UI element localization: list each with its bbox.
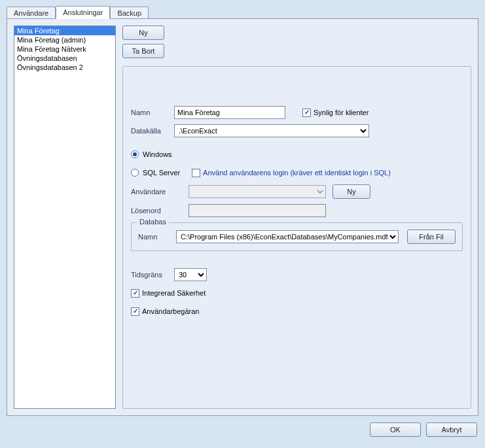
name-label: Namn [131, 109, 174, 116]
user-request-label: Användarbegäran [142, 307, 199, 315]
list-item[interactable]: Övningsdatabasen [14, 54, 115, 63]
db-name-select[interactable]: C:\Program Files (x86)\EconExact\Databas… [176, 230, 399, 243]
user-request-checkbox[interactable] [131, 307, 139, 316]
password-label: Lösenord [131, 207, 189, 215]
tab-backup[interactable]: Backup [110, 7, 149, 19]
auth-sql-radio[interactable] [131, 169, 139, 177]
tab-strip: Användare Anslutningar Backup [0, 3, 485, 18]
name-input[interactable] [174, 106, 285, 119]
connection-details-group: Namn Synlig för klienter Datakälla .\Eco… [122, 66, 471, 409]
database-legend: Databas [137, 218, 169, 226]
from-file-button[interactable]: Från Fil [407, 230, 456, 244]
user-select [189, 185, 326, 198]
new-button[interactable]: Ny [122, 26, 164, 40]
timeout-select[interactable]: 30 [174, 268, 207, 281]
integrated-security-label: Integrerad Säkerhet [142, 289, 206, 297]
auth-windows-label: Windows [143, 150, 172, 158]
timeout-label: Tidsgräns [131, 271, 174, 279]
connections-listbox[interactable]: Mina Företag Mina Företag (admin) Mina F… [14, 26, 116, 409]
integrated-security-checkbox[interactable] [131, 289, 139, 298]
visible-label: Synlig för klienter [314, 109, 368, 116]
delete-button[interactable]: Ta Bort [122, 44, 164, 58]
datasource-select[interactable]: .\EconExact [174, 124, 369, 137]
db-name-label: Namn [138, 233, 176, 241]
list-item[interactable]: Mina Företag Nätverk [14, 44, 115, 54]
user-label: Användare [131, 188, 189, 196]
use-user-login-checkbox[interactable] [192, 169, 200, 177]
auth-windows-radio[interactable] [131, 150, 139, 158]
ok-button[interactable]: OK [370, 422, 421, 437]
auth-sql-label: SQL Server [143, 169, 180, 177]
database-fieldset: Databas Namn C:\Program Files (x86)\Econ… [131, 222, 463, 251]
dialog-buttons: OK Avbryt [0, 421, 485, 437]
tab-users[interactable]: Användare [7, 7, 56, 19]
datasource-label: Datakälla [131, 127, 174, 135]
visible-checkbox[interactable] [302, 109, 311, 117]
list-item[interactable]: Mina Företag [14, 26, 115, 35]
user-new-button[interactable]: Ny [332, 184, 370, 199]
tab-connections[interactable]: Anslutningar [56, 6, 110, 19]
password-input [189, 204, 326, 217]
list-item[interactable]: Mina Företag (admin) [14, 35, 115, 44]
tab-panel: Mina Företag Mina Företag (admin) Mina F… [7, 18, 478, 416]
use-user-login-label: Använd användarens login (kräver ett ide… [203, 169, 391, 177]
cancel-button[interactable]: Avbryt [426, 422, 477, 437]
list-item[interactable]: Övningsdatabasen 2 [14, 63, 115, 72]
